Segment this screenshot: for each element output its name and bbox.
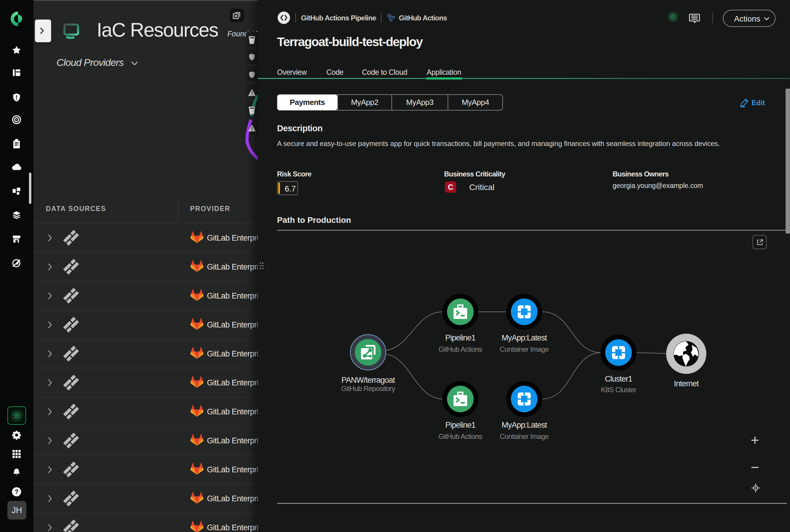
svg-text:GitHub Actions: GitHub Actions (438, 432, 482, 440)
svg-text:Pipeline1: Pipeline1 (445, 334, 475, 342)
svg-text:Internet: Internet (674, 379, 699, 388)
svg-text:Container Image: Container Image (500, 345, 549, 353)
svg-text:MyApp:Latest: MyApp:Latest (502, 421, 547, 430)
svg-text:Pipeline1: Pipeline1 (445, 421, 475, 430)
svg-text:GitHub Actions: GitHub Actions (438, 345, 482, 353)
svg-text:?: ? (15, 488, 19, 495)
svg-text:Cluster1: Cluster1 (605, 375, 633, 383)
svg-text:Container Image: Container Image (500, 432, 549, 440)
svg-text:MyApp:Latest: MyApp:Latest (502, 334, 547, 342)
svg-text:PANW/terragoat: PANW/terragoat (341, 376, 395, 384)
svg-text:GitHub Repository: GitHub Repository (341, 384, 395, 393)
svg-text:K8S Cluster: K8S Cluster (601, 386, 636, 394)
